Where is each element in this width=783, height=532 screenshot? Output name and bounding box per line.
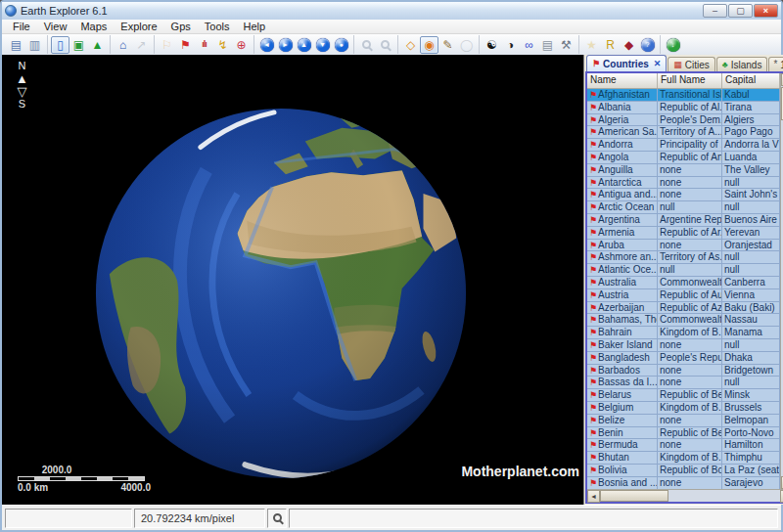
- view-globe-button[interactable]: ▣: [69, 36, 88, 54]
- table-row[interactable]: ⚑ArgentinaArgentine Rep...Buenos Aire: [587, 214, 780, 227]
- table-row[interactable]: ⚑AzerbaijanRepublic of Az...Baku (Baki): [587, 302, 780, 315]
- moon-button[interactable]: ◑: [501, 36, 520, 54]
- go-online-button[interactable]: ↓: [664, 36, 682, 54]
- table-row[interactable]: ⚑BeninRepublic of Be...Porto-Novo: [587, 427, 780, 440]
- title-bar[interactable]: Earth Explorer 6.1 – ▢ ×: [2, 2, 781, 20]
- day-night-button[interactable]: ☯: [483, 36, 501, 54]
- column-header-name[interactable]: Name: [587, 73, 658, 88]
- menu-maps[interactable]: Maps: [73, 21, 114, 32]
- table-header[interactable]: NameFull NameCapital: [587, 73, 780, 89]
- table-row[interactable]: ⚑BelizenoneBelmopan: [587, 415, 780, 427]
- scroll-left-button[interactable]: ◄: [587, 490, 600, 503]
- table-row[interactable]: ⚑Antarcticanonenull: [587, 177, 780, 190]
- table-row[interactable]: ⚑AngolaRepublic of An...Luanda: [587, 152, 780, 164]
- rotate-north-icon: ▲: [298, 38, 311, 52]
- menu-gps[interactable]: Gps: [164, 21, 198, 32]
- table-row[interactable]: ⚑Bassas da I...nonenull: [587, 377, 780, 389]
- table-row[interactable]: ⚑AnguillanoneThe Valley: [587, 164, 780, 177]
- globe-viewport[interactable]: N ▲ ▽ S 2000.0 0.0 km 4000.0 Motherplane…: [2, 55, 583, 505]
- horizontal-scroll-track[interactable]: [668, 490, 780, 502]
- cell-capital: Vienna: [722, 289, 780, 301]
- menu-file[interactable]: File: [6, 21, 37, 32]
- table-row[interactable]: ⚑ArubanoneOranjestad: [587, 240, 780, 252]
- print-button[interactable]: ▥: [25, 36, 44, 54]
- placemark-button[interactable]: ⚐: [158, 36, 176, 54]
- rotate-south-button[interactable]: ▼: [313, 36, 332, 54]
- table-row[interactable]: ⚑AlbaniaRepublic of Al...Tirana: [587, 102, 780, 114]
- table-row[interactable]: ⚑BhutanKingdom of B...Thimphu: [587, 452, 780, 465]
- table-row[interactable]: ⚑BahrainKingdom of B...Manama: [587, 327, 780, 339]
- table-row[interactable]: ⚑Atlantic Oce...nullnull: [587, 264, 780, 277]
- table-row[interactable]: ⚑AfghanistanTransitional Isl...Kabul: [587, 89, 780, 102]
- rotate-east-icon: ►: [279, 38, 293, 52]
- badge-button[interactable]: ★: [582, 36, 601, 54]
- column-header-full-name[interactable]: Full Name: [658, 73, 722, 88]
- globe[interactable]: [92, 105, 470, 482]
- table-row[interactable]: ⚑BangladeshPeople's Repu...Dhaka: [587, 352, 780, 365]
- table-row[interactable]: ⚑Arctic Oceannullnull: [587, 201, 780, 214]
- draw-button[interactable]: ✎: [438, 36, 457, 54]
- table-row[interactable]: ⚑Bosnia and ...noneSarajevo: [587, 477, 780, 489]
- horizontal-scroll-thumb[interactable]: [600, 490, 668, 502]
- close-button[interactable]: ×: [754, 4, 778, 18]
- table-row[interactable]: ⚑AlgeriaPeople's Dem...Algiers: [587, 114, 780, 127]
- rotate-west-icon: ◄: [260, 38, 274, 52]
- binoculars-button[interactable]: ∞: [520, 36, 538, 54]
- save-button[interactable]: ▤: [7, 36, 25, 54]
- flag-button[interactable]: ⚑: [176, 36, 195, 54]
- status-zoom-button[interactable]: [267, 509, 287, 528]
- zoom-in-button[interactable]: [357, 36, 376, 54]
- table-row[interactable]: ⚑BelgiumKingdom of B...Brussels: [587, 402, 780, 415]
- form-button[interactable]: ▤: [538, 36, 557, 54]
- measure-button[interactable]: ◇: [401, 36, 420, 54]
- book-icon: ◆: [624, 39, 633, 51]
- cell-capital: Porto-Novo: [722, 427, 780, 439]
- menu-tools[interactable]: Tools: [198, 21, 237, 32]
- tab-close-icon[interactable]: ✕: [654, 59, 662, 68]
- tab-islands[interactable]: ♣Islands: [716, 57, 768, 71]
- table-row[interactable]: ⚑Antigua and...noneSaint John's: [587, 189, 780, 201]
- column-header-capital[interactable]: Capital: [722, 73, 780, 88]
- table-row[interactable]: ⚑ArmeniaRepublic of Ar...Yerevan: [587, 227, 780, 240]
- tools-button[interactable]: ⚒: [557, 36, 576, 54]
- trophy-button[interactable]: R: [601, 36, 620, 54]
- rotate-east-button[interactable]: ►: [276, 36, 295, 54]
- terrain-button[interactable]: ▲: [88, 36, 107, 54]
- rotate-west-button[interactable]: ◄: [257, 36, 276, 54]
- compass-mode-button[interactable]: ◉: [420, 36, 438, 54]
- tab-pages[interactable]: *1: [768, 57, 783, 71]
- menu-explore[interactable]: Explore: [114, 21, 163, 32]
- maximize-button[interactable]: ▢: [728, 4, 753, 18]
- table-row[interactable]: ⚑AndorraPrincipality of ...Andorra la V: [587, 139, 780, 152]
- table-row[interactable]: ⚑AustraliaCommonwealt...Canberra: [587, 277, 780, 289]
- rotate-north-button[interactable]: ▲: [295, 36, 313, 54]
- table-row[interactable]: ⚑AustriaRepublic of Au...Vienna: [587, 289, 780, 302]
- pan-button[interactable]: ↗: [132, 36, 151, 54]
- minimize-button[interactable]: –: [703, 4, 727, 18]
- tab-cities[interactable]: ▦Cities: [668, 57, 715, 71]
- help-button[interactable]: ?: [638, 36, 657, 54]
- crosshair-button[interactable]: ⊕: [232, 36, 251, 54]
- horizontal-scrollbar[interactable]: ◄ ►: [587, 489, 783, 502]
- reset-view-button[interactable]: ●: [332, 36, 350, 54]
- menu-help[interactable]: Help: [236, 21, 272, 32]
- ring-button[interactable]: ◯: [457, 36, 476, 54]
- cell-full-name: Kingdom of B...: [658, 402, 722, 414]
- zoom-out-button[interactable]: [376, 36, 394, 54]
- tab-countries[interactable]: ⚑Countries✕: [586, 55, 667, 71]
- table-row[interactable]: ⚑BoliviaRepublic of Bo...La Paz (seat: [587, 465, 780, 477]
- table-row[interactable]: ⚑American Sa...Territory of A...Pago Pag…: [587, 126, 780, 139]
- lightning-button[interactable]: ↯: [213, 36, 232, 54]
- menu-view[interactable]: View: [37, 21, 74, 32]
- chart-button[interactable]: ılı: [195, 36, 213, 54]
- table-row[interactable]: ⚑BelarusRepublic of Be...Minsk: [587, 389, 780, 402]
- table-row[interactable]: ⚑Baker Islandnonenull: [587, 339, 780, 352]
- table-row[interactable]: ⚑Bahamas, TheCommonwealt...Nassau: [587, 314, 780, 327]
- table-row[interactable]: ⚑Ashmore an...Territory of As...null: [587, 251, 780, 264]
- status-field-left: [5, 509, 132, 528]
- book-button[interactable]: ◆: [620, 36, 638, 54]
- table-row[interactable]: ⚑BermudanoneHamilton: [587, 439, 780, 452]
- view-flat-map-button[interactable]: ▯: [51, 36, 69, 54]
- home-button[interactable]: ⌂: [114, 36, 132, 54]
- table-row[interactable]: ⚑BarbadosnoneBridgetown: [587, 365, 780, 377]
